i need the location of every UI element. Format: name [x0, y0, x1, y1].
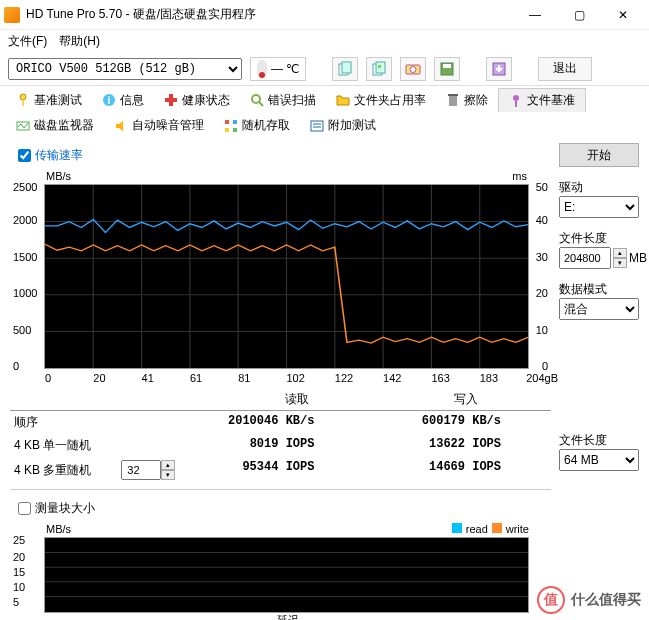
tab-random-access[interactable]: 随机存取: [214, 114, 300, 137]
drive-letter-select[interactable]: E:: [559, 196, 639, 218]
tab-file-benchmark[interactable]: 文件基准: [498, 88, 586, 112]
start-button[interactable]: 开始: [559, 143, 639, 167]
svg-rect-1: [342, 62, 351, 73]
tab-erase[interactable]: 擦除: [436, 88, 498, 112]
table-row: 4 KB 多重随机▴▾95344 IOPS14669 IOPS: [10, 457, 551, 483]
file-length-2-select[interactable]: 64 MB: [559, 449, 639, 471]
svg-rect-27: [311, 121, 323, 131]
thermometer-icon: [257, 60, 267, 78]
load-button[interactable]: [486, 57, 512, 81]
len-down[interactable]: ▾: [613, 258, 627, 268]
y-axis-left-unit: MB/s: [46, 170, 71, 182]
maximize-button[interactable]: ▢: [557, 1, 601, 29]
qd-up[interactable]: ▴: [161, 460, 175, 470]
svg-rect-19: [448, 94, 458, 96]
window-title: HD Tune Pro 5.70 - 硬盘/固态硬盘实用程序: [26, 6, 513, 23]
data-mode-label: 数据模式: [559, 281, 639, 298]
drive-select[interactable]: ORICO V500 512GB (512 gB): [8, 58, 242, 80]
transfer-rate-chart: 2500 2000 1500 1000 500 0 50 40 30 20 10…: [44, 184, 529, 369]
svg-rect-21: [515, 101, 517, 107]
tab-health[interactable]: 健康状态: [154, 88, 240, 112]
svg-rect-25: [225, 128, 229, 132]
exit-button[interactable]: 退出: [538, 57, 592, 81]
save-button[interactable]: [434, 57, 460, 81]
svg-rect-4: [378, 65, 381, 68]
svg-point-20: [513, 95, 519, 101]
tab-disk-monitor[interactable]: 磁盘监视器: [6, 114, 104, 137]
watermark: 值 什么值得买: [537, 586, 641, 614]
chart2-legend: read write: [452, 523, 529, 535]
drive-label: 驱动: [559, 179, 639, 196]
svg-rect-23: [225, 120, 229, 124]
tab-benchmark[interactable]: 基准测试: [6, 88, 92, 112]
block-size-label: 测量块大小: [35, 500, 95, 517]
block-size-checkbox[interactable]: [18, 502, 31, 515]
table-row: 顺序2010046 KB/s600179 KB/s: [10, 411, 551, 434]
svg-rect-8: [443, 64, 451, 68]
tab-info[interactable]: i信息: [92, 88, 154, 112]
y-axis-right-unit: ms: [512, 170, 527, 182]
svg-rect-26: [233, 128, 237, 132]
temperature-display: — ℃: [250, 57, 306, 81]
app-icon: [4, 7, 20, 23]
screenshot-button[interactable]: [400, 57, 426, 81]
svg-line-17: [259, 102, 263, 106]
tab-aam[interactable]: 自动噪音管理: [104, 114, 214, 137]
block-size-chart: 25 20 15 10 5 延迟: [44, 537, 529, 613]
svg-rect-24: [233, 120, 237, 124]
watermark-icon: 值: [537, 586, 565, 614]
transfer-rate-checkbox[interactable]: [18, 149, 31, 162]
tab-folder-usage[interactable]: 文件夹占用率: [326, 88, 436, 112]
y-axis-left-unit-2: MB/s: [46, 523, 71, 535]
copy-screenshot-button[interactable]: [366, 57, 392, 81]
svg-rect-18: [449, 96, 457, 106]
qd-down[interactable]: ▾: [161, 470, 175, 480]
data-mode-select[interactable]: 混合: [559, 298, 639, 320]
svg-rect-15: [165, 98, 177, 102]
temperature-value: — ℃: [271, 62, 299, 76]
file-length-2-label: 文件长度: [559, 432, 639, 449]
tab-extra-tests[interactable]: 附加测试: [300, 114, 386, 137]
file-length-input[interactable]: [559, 247, 611, 269]
results-table: 读取写入 顺序2010046 KB/s600179 KB/s 4 KB 单一随机…: [10, 391, 551, 483]
svg-point-6: [410, 66, 416, 72]
transfer-rate-label: 传输速率: [35, 147, 83, 164]
svg-point-10: [20, 94, 26, 100]
len-up[interactable]: ▴: [613, 248, 627, 258]
copy-info-button[interactable]: [332, 57, 358, 81]
svg-text:i: i: [108, 95, 111, 106]
close-button[interactable]: ✕: [601, 1, 645, 29]
svg-rect-11: [22, 100, 24, 106]
file-length-label: 文件长度: [559, 230, 639, 247]
minimize-button[interactable]: —: [513, 1, 557, 29]
queue-depth-input[interactable]: [121, 460, 161, 480]
tab-error-scan[interactable]: 错误扫描: [240, 88, 326, 112]
menu-help[interactable]: 帮助(H): [59, 33, 100, 50]
svg-point-16: [252, 95, 260, 103]
menu-file[interactable]: 文件(F): [8, 33, 47, 50]
table-row: 4 KB 单一随机8019 IOPS13622 IOPS: [10, 434, 551, 457]
